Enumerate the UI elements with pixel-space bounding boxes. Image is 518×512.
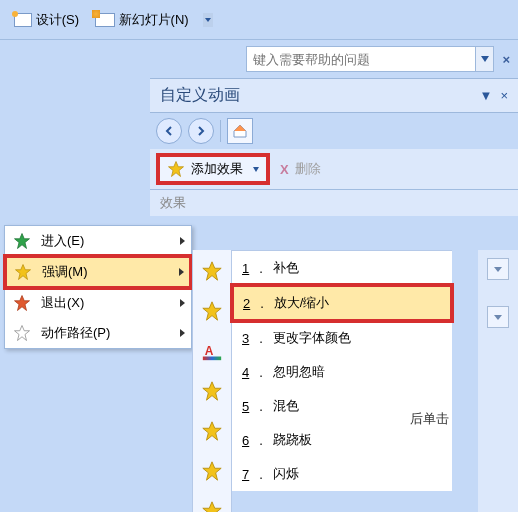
top-toolbar: 设计(S) 新幻灯片(N) [0, 0, 518, 40]
star-icon [11, 232, 33, 250]
add-effect-label: 添加效果 [191, 160, 243, 178]
panel-close-icon[interactable]: × [500, 88, 508, 103]
nav-back-button[interactable] [156, 118, 182, 144]
hint-text-fragment: 后单击 [410, 410, 449, 428]
submenu-icon-strip: A [192, 250, 232, 512]
panel-title-text: 自定义动画 [160, 85, 240, 106]
help-search-input[interactable] [246, 46, 476, 72]
submenu-label: 更改字体颜色 [273, 329, 351, 347]
delete-button[interactable]: X 删除 [280, 160, 321, 178]
star-icon [201, 460, 223, 480]
property-dropdown[interactable] [487, 258, 509, 280]
star-icon [11, 324, 33, 342]
svg-marker-5 [203, 262, 221, 280]
menu-label: 动作路径(P) [41, 324, 110, 342]
delete-label: 删除 [295, 160, 321, 178]
submenu-label: 跷跷板 [273, 431, 312, 449]
emphasis-submenu: 1. 补色 2. 放大/缩小 3. 更改字体颜色 4. 忽明忽暗 5. 混色 6… [232, 250, 452, 491]
submenu-label: 补色 [273, 259, 299, 277]
svg-rect-8 [203, 357, 221, 361]
star-icon [11, 294, 33, 312]
nav-forward-button[interactable] [188, 118, 214, 144]
panel-menu-dropdown[interactable]: ▼ [480, 88, 493, 103]
svg-marker-11 [203, 462, 221, 480]
star-icon [167, 160, 185, 178]
submenu-label: 放大/缩小 [274, 294, 330, 312]
menu-label: 强调(M) [42, 263, 88, 281]
panel-nav-row [150, 113, 518, 149]
submenu-item-grow-shrink[interactable]: 2. 放大/缩小 [232, 285, 452, 321]
new-slide-button[interactable]: 新幻灯片(N) [89, 7, 195, 33]
chevron-down-icon [253, 167, 259, 172]
star-icon [201, 260, 223, 280]
svg-marker-1 [15, 234, 30, 249]
submenu-item-teeter[interactable]: 6. 跷跷板 [232, 423, 452, 457]
svg-marker-3 [15, 296, 30, 311]
add-effect-button[interactable]: 添加效果 [158, 155, 268, 183]
help-dropdown[interactable] [476, 46, 494, 72]
menu-item-exit[interactable]: 退出(X) [5, 288, 191, 318]
panel-titlebar: 自定义动画 ▼ × [150, 78, 518, 113]
svg-marker-2 [16, 265, 31, 280]
new-slide-icon [95, 13, 115, 27]
menu-label: 退出(X) [41, 294, 84, 312]
star-icon [201, 300, 223, 320]
right-control-strip [478, 250, 518, 512]
design-button[interactable]: 设计(S) [8, 7, 85, 33]
submenu-label: 混色 [273, 397, 299, 415]
svg-text:A: A [205, 344, 214, 358]
effect-category-menu: 进入(E) 强调(M) 退出(X) 动作路径(P) [4, 225, 192, 349]
action-row: 添加效果 X 删除 [150, 149, 518, 190]
star-icon [12, 263, 34, 281]
star-icon [201, 500, 223, 512]
close-icon[interactable]: × [502, 52, 510, 67]
submenu-item-change-font-color[interactable]: 3. 更改字体颜色 [232, 321, 452, 355]
svg-marker-0 [169, 162, 184, 177]
svg-marker-6 [203, 302, 221, 320]
design-icon [14, 13, 32, 27]
font-color-icon: A [201, 340, 223, 360]
toolbar-overflow-dropdown[interactable] [203, 13, 213, 27]
submenu-item-complementary-color[interactable]: 1. 补色 [232, 251, 452, 285]
nav-home-button[interactable] [227, 118, 253, 144]
submenu-arrow-icon [180, 299, 185, 307]
submenu-arrow-icon [180, 329, 185, 337]
submenu-label: 忽明忽暗 [273, 363, 325, 381]
svg-marker-4 [15, 326, 30, 341]
submenu-label: 闪烁 [273, 465, 299, 483]
delete-x-icon: X [280, 162, 289, 177]
help-bar: × [0, 40, 518, 78]
svg-marker-12 [203, 502, 221, 512]
svg-marker-10 [203, 422, 221, 440]
submenu-arrow-icon [180, 237, 185, 245]
menu-item-motion-path[interactable]: 动作路径(P) [5, 318, 191, 348]
effect-caption: 效果 [150, 190, 518, 216]
menu-label: 进入(E) [41, 232, 84, 250]
star-icon [201, 380, 223, 400]
menu-item-emphasis[interactable]: 强调(M) [5, 256, 191, 288]
property-dropdown[interactable] [487, 306, 509, 328]
submenu-arrow-icon [179, 268, 184, 276]
star-icon [201, 420, 223, 440]
submenu-item-flicker[interactable]: 4. 忽明忽暗 [232, 355, 452, 389]
submenu-item-flash[interactable]: 7. 闪烁 [232, 457, 452, 491]
menu-item-enter[interactable]: 进入(E) [5, 226, 191, 256]
design-label: 设计(S) [32, 11, 79, 29]
svg-marker-9 [203, 382, 221, 400]
new-slide-label: 新幻灯片(N) [115, 11, 189, 29]
